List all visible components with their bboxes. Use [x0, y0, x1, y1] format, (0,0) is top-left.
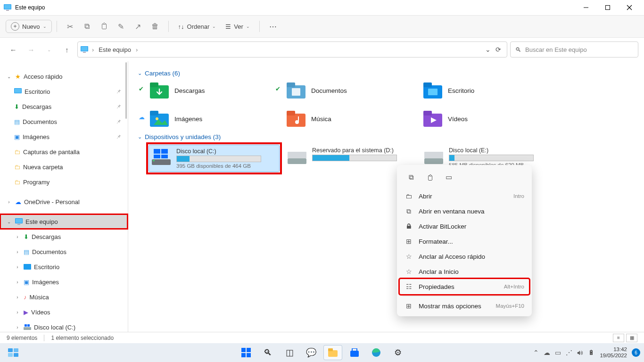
svg-rect-48: [8, 353, 13, 357]
widgets-button[interactable]: [4, 346, 23, 360]
svg-rect-4: [606, 6, 610, 10]
svg-rect-28: [150, 111, 158, 115]
drive-c[interactable]: Disco local (C:) 395 GB disponibles de 4…: [149, 145, 279, 172]
tree-pc-downloads[interactable]: ›⬇Descargas: [0, 229, 128, 244]
folder-downloads[interactable]: ✔ Descargas: [148, 81, 280, 100]
tree-screenshots[interactable]: 🗀 Capturas de pantalla: [0, 144, 128, 159]
ctx-open[interactable]: 🗀 Abrir Intro: [400, 189, 529, 204]
ctx-format[interactable]: ⊞ Formatear...: [400, 234, 529, 249]
search-input[interactable]: 🔍︎ Buscar en Este equipo: [510, 41, 638, 58]
pin-icon: ☆: [405, 268, 413, 275]
svg-rect-25: [423, 82, 432, 87]
window-title: Este equipo: [15, 4, 45, 11]
ctx-open-new-window[interactable]: ⧉ Abrir en ventana nueva: [400, 204, 529, 219]
clock[interactable]: 13:42 19/05/2022: [600, 346, 627, 358]
ctx-bitlocker[interactable]: 🔒︎ Activar BitLocker: [400, 219, 529, 234]
copy-icon[interactable]: ⧉: [79, 18, 96, 35]
volume-icon[interactable]: 🔊︎: [577, 349, 584, 356]
recent-dropdown[interactable]: ⌄: [41, 42, 57, 57]
svg-rect-18: [27, 324, 30, 327]
tree-newfolder[interactable]: 🗀 Nueva carpeta: [0, 159, 128, 174]
ctx-properties[interactable]: ☷ Propiedades Alt+Intro: [400, 279, 529, 294]
tree-this-pc[interactable]: ⌄ Este equipo: [0, 214, 128, 229]
rename-icon[interactable]: ✎: [113, 18, 130, 35]
forward-button[interactable]: →: [24, 42, 39, 57]
folder-videos[interactable]: Vídeos: [421, 109, 553, 129]
svg-rect-26: [428, 89, 438, 95]
address-bar[interactable]: › Este equipo › ⌄ ⟳: [77, 41, 507, 58]
taskview-button[interactable]: ◫: [280, 345, 299, 360]
svg-rect-47: [14, 348, 18, 352]
folder-music[interactable]: Música: [285, 109, 417, 129]
onedrive-tray-icon[interactable]: ☁: [544, 349, 550, 356]
tree-documents[interactable]: ▤ Documentos 📌︎: [0, 114, 128, 129]
drive-d-label: Reservado para el sistema (D:): [312, 147, 414, 154]
svg-rect-8: [81, 47, 88, 51]
folder-desktop[interactable]: Escritorio: [421, 81, 553, 100]
address-chevron-down-icon[interactable]: ⌄: [485, 46, 491, 53]
tree-pc-music[interactable]: ›♪Música: [0, 289, 128, 304]
refresh-icon[interactable]: ⟳: [495, 46, 501, 53]
svg-rect-49: [14, 353, 18, 357]
cloud-icon: ☁: [15, 198, 21, 206]
document-icon: ▤: [14, 118, 20, 125]
tree-onedrive[interactable]: › ☁ OneDrive - Personal: [0, 194, 128, 209]
sort-button[interactable]: ↑↓ Ordenar ⌄: [173, 23, 221, 30]
view-button[interactable]: ☰ Ver ⌄: [221, 23, 255, 30]
ctx-pin-quick[interactable]: ☆ Anclar al Acceso rápido: [400, 249, 529, 264]
battery-icon[interactable]: 🔋︎: [588, 349, 595, 356]
group-folders[interactable]: ⌄ Carpetas (6): [138, 70, 635, 77]
more-icon[interactable]: ⋯: [264, 18, 281, 35]
close-button[interactable]: [619, 0, 640, 15]
tree-pictures[interactable]: ▣ Imágenes 📌︎: [0, 129, 128, 144]
tree-pc-documents[interactable]: ›▤Documentos: [0, 244, 128, 259]
search-button[interactable]: 🔍︎: [258, 345, 277, 360]
tree-quick-access[interactable]: ⌄ ★ Acceso rápido: [0, 69, 128, 84]
folder-pictures[interactable]: ☁ Imágenes: [148, 109, 280, 129]
chat-button[interactable]: 💬: [302, 345, 321, 360]
group-drives[interactable]: ⌄ Dispositivos y unidades (3): [138, 133, 635, 140]
wifi-icon[interactable]: ⋰: [566, 349, 572, 356]
up-button[interactable]: ↑: [59, 42, 74, 57]
view-label: Ver: [234, 23, 243, 30]
star-icon: ☆: [405, 253, 413, 260]
tree-desktop[interactable]: Escritorio 📌︎: [0, 84, 128, 99]
ctx-rename-icon[interactable]: ▭: [440, 170, 457, 185]
ctx-more-options[interactable]: ⊞ Mostrar más opciones Mayús+F10: [400, 298, 529, 313]
search-icon: 🔍︎: [515, 46, 521, 53]
svg-rect-54: [328, 350, 338, 357]
folder-documents[interactable]: ✔ Documentos: [285, 81, 417, 100]
notification-badge[interactable]: 6: [632, 348, 640, 357]
tree-pc-videos[interactable]: ›▶Vídeos: [0, 304, 128, 320]
store-button[interactable]: [345, 345, 364, 360]
new-button[interactable]: + Nuevo ⌄: [6, 20, 52, 33]
maximize-button[interactable]: [597, 0, 619, 15]
tree-programy[interactable]: 🗀 Programy: [0, 174, 128, 189]
share-icon[interactable]: ↗: [130, 18, 147, 35]
breadcrumb[interactable]: Este equipo: [98, 46, 132, 53]
tree-pc-desktop[interactable]: ›Escritorio: [0, 259, 128, 274]
ctx-paste-icon[interactable]: 📋︎: [421, 170, 438, 185]
details-view-button[interactable]: ≡: [613, 334, 624, 342]
lock-icon: 🔒︎: [405, 222, 413, 230]
start-button[interactable]: [237, 345, 256, 360]
paste-icon[interactable]: 📋︎: [96, 18, 113, 35]
tree-downloads[interactable]: ⬇ Descargas 📌︎: [0, 99, 128, 114]
ctx-copy-icon[interactable]: ⧉: [403, 170, 420, 185]
settings-button[interactable]: ⚙: [388, 345, 407, 360]
ctx-pin-start[interactable]: ☆ Anclar a Inicio: [400, 264, 529, 279]
edge-button[interactable]: [367, 345, 386, 360]
tree-pc-pictures[interactable]: ›▣Imágenes: [0, 274, 128, 289]
picture-icon: ▣: [14, 133, 20, 140]
tray-expand-icon[interactable]: ⌃: [533, 349, 539, 356]
back-button[interactable]: ←: [6, 42, 21, 57]
delete-icon[interactable]: 🗑︎: [147, 18, 164, 35]
svg-rect-50: [241, 348, 246, 352]
search-placeholder: Buscar en Este equipo: [525, 46, 587, 53]
language-tray-icon[interactable]: ▭: [555, 349, 561, 356]
tree-pc-disk-c[interactable]: ›Disco local (C:): [0, 320, 128, 335]
explorer-button[interactable]: [323, 345, 342, 360]
minimize-button[interactable]: [575, 0, 597, 15]
thumb-view-button[interactable]: ▦: [626, 334, 637, 342]
cut-icon[interactable]: ✂: [62, 18, 79, 35]
